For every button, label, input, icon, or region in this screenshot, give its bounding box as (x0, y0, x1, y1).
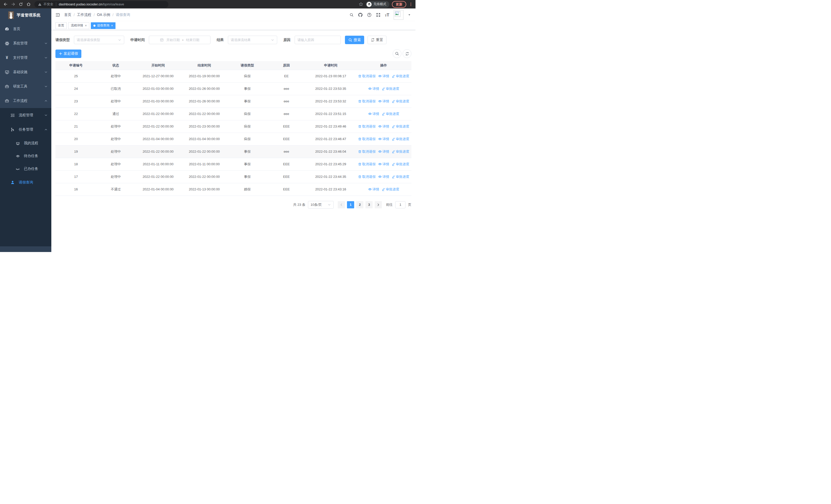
action-approval-progress[interactable]: 审批进度 (392, 124, 409, 129)
page-2-button[interactable]: 2 (356, 201, 364, 208)
search-button[interactable]: 搜索 (345, 36, 364, 44)
action-cancel-leave[interactable]: 取消请假 (358, 162, 376, 167)
action-detail[interactable]: 详情 (378, 137, 389, 141)
action-detail[interactable]: 详情 (368, 87, 379, 91)
refresh-icon (371, 38, 375, 42)
cell-apply_time: 2022-01-22 23:46:04 (306, 145, 356, 158)
browser-home-button[interactable] (25, 1, 32, 8)
sidebar-item-done-tasks[interactable]: 已办任务 (0, 162, 51, 175)
action-cancel-leave[interactable]: 取消请假 (358, 124, 376, 129)
action-detail[interactable]: 详情 (378, 175, 389, 179)
leave-type-select[interactable]: 请选择请假类型 (74, 36, 124, 44)
sidebar-item-leave-query[interactable]: 请假查询 (0, 175, 51, 190)
browser-reload-button[interactable] (17, 1, 25, 8)
action-approval-progress[interactable]: 审批进度 (382, 187, 399, 192)
chrome-update-button[interactable]: 更新 (392, 1, 406, 8)
prev-page-button[interactable] (338, 201, 345, 208)
action-detail[interactable]: 详情 (378, 99, 389, 104)
fullscreen-icon[interactable] (376, 12, 381, 17)
reason-input[interactable]: 请输入原因 (295, 36, 341, 44)
action-detail[interactable]: 详情 (368, 112, 379, 116)
github-icon[interactable] (358, 12, 363, 17)
trash-icon (358, 125, 362, 128)
hide-search-button[interactable] (393, 49, 401, 58)
action-approval-progress[interactable]: 审批进度 (392, 162, 409, 167)
action-label: 审批进度 (396, 149, 409, 154)
action-cancel-leave[interactable]: 取消请假 (358, 99, 376, 104)
page-size-select[interactable]: 10条/页 (308, 201, 334, 209)
action-label: 审批进度 (386, 87, 399, 91)
pen-icon (392, 162, 395, 166)
browser-forward-button[interactable] (9, 1, 17, 8)
action-cancel-leave[interactable]: 取消请假 (358, 137, 376, 141)
table-row: 22通过2022-01-22 00:00:002022-01-22 00:00:… (55, 108, 411, 120)
action-cancel-leave[interactable]: 取消请假 (358, 149, 376, 154)
sidebar-item-payment[interactable]: ¥支付管理 (0, 51, 51, 65)
apply-time-range-picker[interactable]: 开始日期 - 结束日期 (149, 36, 210, 44)
close-icon[interactable]: × (85, 24, 87, 27)
sidebar-item-process-mgmt[interactable]: 流程管理 (0, 108, 51, 122)
tab-leave-query[interactable]: 请假查询× (91, 22, 115, 29)
goto-page-input[interactable] (395, 201, 405, 208)
page-3-button[interactable]: 3 (366, 201, 373, 208)
close-icon[interactable]: × (111, 24, 113, 27)
app: 芋道管理系统 首页系统管理¥支付管理基础设施研发工具工作流程 流程管理任务管理我… (0, 8, 416, 252)
breadcrumb-item[interactable]: 首页 (64, 12, 71, 17)
chevron-down-icon (327, 203, 331, 207)
cell-start: 2022-01-04 00:00:00 (135, 183, 181, 196)
chevron-down-icon (44, 85, 48, 88)
action-approval-progress[interactable]: 审批进度 (392, 74, 409, 79)
action-detail[interactable]: 详情 (378, 162, 389, 167)
chevron-up-icon (44, 99, 48, 102)
action-approval-progress[interactable]: 审批进度 (392, 99, 409, 104)
action-approval-progress[interactable]: 审批进度 (392, 137, 409, 141)
action-detail[interactable]: 详情 (378, 74, 389, 79)
header-search-icon[interactable] (349, 13, 354, 17)
tab-process-detail[interactable]: 流程详情× (68, 22, 89, 29)
sidebar-item-system[interactable]: 系统管理 (0, 36, 51, 51)
url-bar[interactable]: 不安全 dashboard.yudao.iocoder.cn/bpm/oa/le… (34, 1, 168, 8)
tab-label: 请假查询 (97, 23, 109, 28)
page-1-button[interactable]: 1 (347, 201, 354, 208)
sidebar-collapse-icon[interactable] (55, 12, 60, 17)
sidebar-item-infra[interactable]: 基础设施 (0, 65, 51, 79)
action-approval-progress[interactable]: 审批进度 (382, 112, 399, 116)
row-actions: 取消请假详情审批进度 (356, 124, 411, 129)
sidebar-item-task-mgmt[interactable]: 任务管理 (0, 122, 51, 137)
breadcrumb-item[interactable]: 工作流程 (77, 12, 91, 17)
bookmark-star-icon[interactable] (359, 2, 363, 6)
cell-status: 已取消 (96, 82, 135, 95)
tab-home[interactable]: 首页 (55, 22, 67, 29)
user-menu-caret-icon[interactable] (408, 13, 411, 17)
sidebar-item-my-process[interactable]: 我的流程 (0, 137, 51, 150)
breadcrumb-item[interactable]: OA 示例 (97, 12, 110, 17)
action-cancel-leave[interactable]: 取消请假 (358, 74, 376, 79)
result-select[interactable]: 请选择流结果 (228, 36, 277, 44)
reset-button[interactable]: 重置 (368, 36, 386, 44)
sidebar-item-workflow[interactable]: 工作流程 (0, 94, 51, 108)
action-approval-progress[interactable]: 审批进度 (382, 87, 399, 91)
sidebar-item-home[interactable]: 首页 (0, 22, 51, 36)
cell-id: 19 (55, 145, 96, 158)
sidebar-item-devtools[interactable]: 研发工具 (0, 79, 51, 94)
cell-id: 22 (55, 108, 96, 120)
browser-back-button[interactable] (2, 1, 9, 8)
font-size-icon[interactable]: TT (385, 13, 389, 17)
help-icon[interactable] (367, 12, 372, 17)
action-approval-progress[interactable]: 审批进度 (392, 175, 409, 179)
action-detail[interactable]: 详情 (378, 149, 389, 154)
row-actions: 取消请假详情审批进度 (356, 175, 411, 179)
create-leave-button[interactable]: 发起请假 (55, 50, 81, 58)
sidebar-item-todo-tasks[interactable]: 待办任务 (0, 150, 51, 162)
logo[interactable]: 芋道管理系统 (0, 8, 51, 22)
cell-type: 事假 (227, 145, 267, 158)
action-approval-progress[interactable]: 审批进度 (392, 149, 409, 154)
action-detail[interactable]: 详情 (368, 187, 379, 192)
next-page-button[interactable] (375, 201, 382, 208)
action-label: 取消请假 (362, 99, 376, 104)
action-cancel-leave[interactable]: 取消请假 (358, 175, 376, 179)
browser-menu-icon[interactable] (409, 2, 413, 6)
refresh-table-button[interactable] (403, 49, 411, 58)
action-detail[interactable]: 详情 (378, 124, 389, 129)
avatar[interactable] (394, 10, 403, 20)
